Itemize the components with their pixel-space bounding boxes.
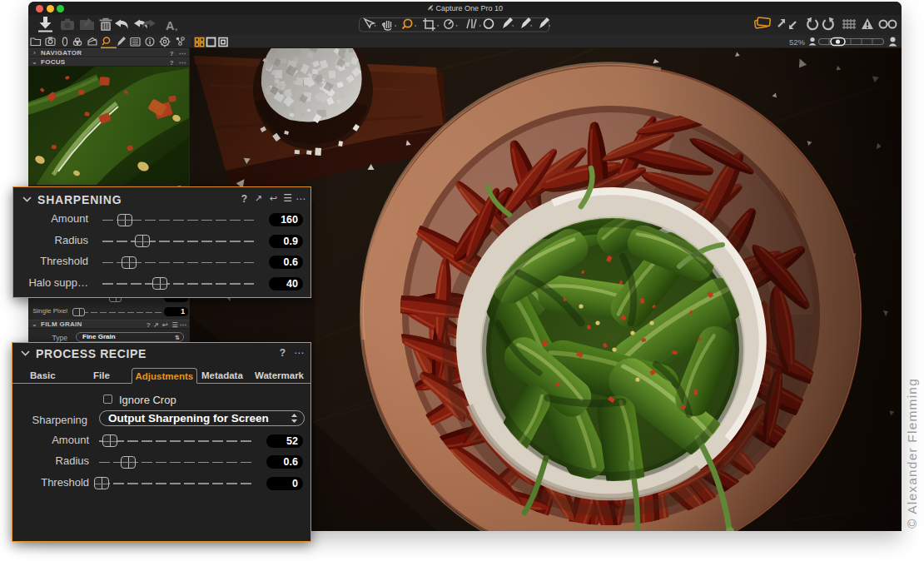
svg-text:A: A: [166, 19, 175, 32]
svg-text:▾: ▾: [175, 27, 178, 32]
svg-text:52%: 52%: [789, 37, 806, 47]
